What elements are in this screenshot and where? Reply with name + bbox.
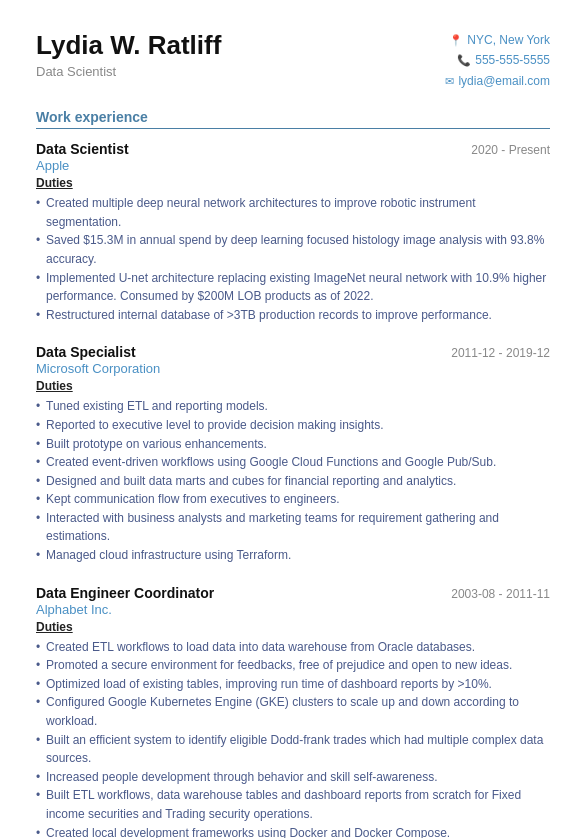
job-company: Microsoft Corporation — [36, 361, 550, 376]
duty-item: Implemented U-net architecture replacing… — [36, 269, 550, 306]
duties-list: Tuned existing ETL and reporting models.… — [36, 397, 550, 564]
duty-item: Created multiple deep neural network arc… — [36, 194, 550, 231]
contact-email: lydia@email.com — [458, 71, 550, 91]
job-header: Data Scientist2020 - Present — [36, 141, 550, 157]
duty-item: Interacted with business analysts and ma… — [36, 509, 550, 546]
duty-item: Created local development frameworks usi… — [36, 824, 550, 838]
job-title: Data Specialist — [36, 344, 136, 360]
duty-item: Configured Google Kubernetes Engine (GKE… — [36, 693, 550, 730]
contact-info: 📍 NYC, New York 📞 555-555-5555 ✉ lydia@e… — [390, 30, 550, 91]
email-icon: ✉ — [445, 72, 454, 91]
jobs-container: Data Scientist2020 - PresentAppleDutiesC… — [36, 141, 550, 838]
header-name-block: Lydia W. Ratliff Data Scientist — [36, 30, 221, 79]
duty-item: Designed and built data marts and cubes … — [36, 472, 550, 491]
job-company: Apple — [36, 158, 550, 173]
duties-label: Duties — [36, 620, 550, 634]
duty-item: Kept communication flow from executives … — [36, 490, 550, 509]
duties-list: Created multiple deep neural network arc… — [36, 194, 550, 324]
duty-item: Managed cloud infrastructure using Terra… — [36, 546, 550, 565]
job-title: Data Scientist — [36, 141, 129, 157]
job-block: Data Engineer Coordinator2003-08 - 2011-… — [36, 585, 550, 838]
email-item: ✉ lydia@email.com — [390, 71, 550, 91]
duty-item: Optimized load of existing tables, impro… — [36, 675, 550, 694]
duty-item: Promoted a secure environment for feedba… — [36, 656, 550, 675]
job-title-header: Data Scientist — [36, 64, 221, 79]
phone-item: 📞 555-555-5555 — [390, 50, 550, 70]
duty-item: Saved $15.3M in annual spend by deep lea… — [36, 231, 550, 268]
job-header: Data Engineer Coordinator2003-08 - 2011-… — [36, 585, 550, 601]
job-title: Data Engineer Coordinator — [36, 585, 214, 601]
job-block: Data Scientist2020 - PresentAppleDutiesC… — [36, 141, 550, 324]
duty-item: Tuned existing ETL and reporting models. — [36, 397, 550, 416]
duty-item: Reported to executive level to provide d… — [36, 416, 550, 435]
work-experience-heading: Work experience — [36, 109, 550, 129]
contact-phone: 555-555-5555 — [475, 50, 550, 70]
resume-header: Lydia W. Ratliff Data Scientist 📍 NYC, N… — [36, 30, 550, 91]
duty-item: Increased people development through beh… — [36, 768, 550, 787]
duty-item: Built ETL workflows, data warehouse tabl… — [36, 786, 550, 823]
full-name: Lydia W. Ratliff — [36, 30, 221, 61]
duty-item: Created ETL workflows to load data into … — [36, 638, 550, 657]
contact-location: NYC, New York — [467, 30, 550, 50]
duties-label: Duties — [36, 176, 550, 190]
duties-label: Duties — [36, 379, 550, 393]
location-icon: 📍 — [449, 31, 463, 50]
duty-item: Created event-driven workflows using Goo… — [36, 453, 550, 472]
duty-item: Built prototype on various enhancements. — [36, 435, 550, 454]
job-dates: 2003-08 - 2011-11 — [451, 587, 550, 601]
job-dates: 2020 - Present — [471, 143, 550, 157]
duties-list: Created ETL workflows to load data into … — [36, 638, 550, 838]
location-item: 📍 NYC, New York — [390, 30, 550, 50]
job-company: Alphabet Inc. — [36, 602, 550, 617]
duty-item: Built an efficient system to identify el… — [36, 731, 550, 768]
work-experience-section: Work experience Data Scientist2020 - Pre… — [36, 109, 550, 838]
job-dates: 2011-12 - 2019-12 — [451, 346, 550, 360]
job-header: Data Specialist2011-12 - 2019-12 — [36, 344, 550, 360]
phone-icon: 📞 — [457, 51, 471, 70]
duty-item: Restructured internal database of >3TB p… — [36, 306, 550, 325]
job-block: Data Specialist2011-12 - 2019-12Microsof… — [36, 344, 550, 564]
